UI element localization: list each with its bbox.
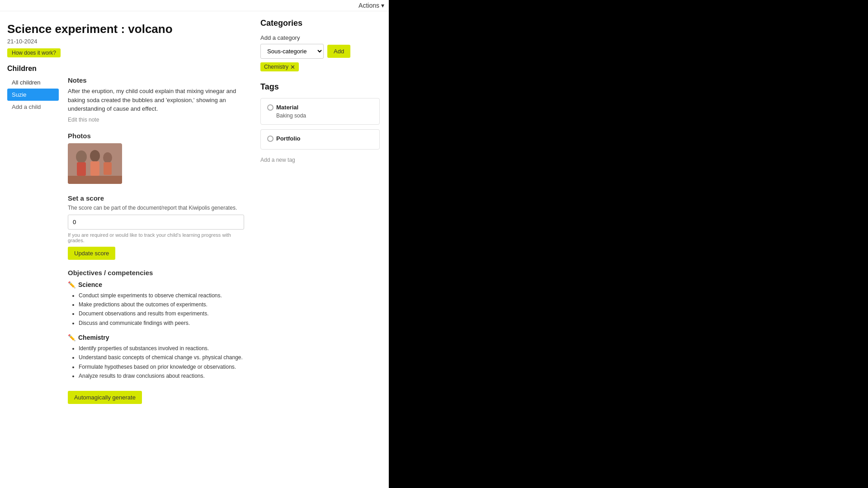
photos-section: Photos [68,132,244,185]
page-title: Science experiment : volcano [7,22,244,36]
tag-card-material-value: Baking soda [267,113,373,119]
how-does-it-work-badge[interactable]: How does it work? [7,48,61,57]
list-item: Identify properties of substances involv… [79,344,244,353]
tag-card-portfolio-title: Portfolio [276,135,300,142]
list-item: Understand basic concepts of chemical ch… [79,353,244,362]
score-heading: Set a score [68,194,244,202]
category-select[interactable]: Sous-categorie Chemistry Biology Physics [260,44,324,59]
objective-group-chemistry: ✏️ Chemistry Identify properties of subs… [68,334,244,381]
edit-note-link[interactable]: Edit this note [68,117,99,123]
list-item: Conduct simple experiments to observe ch… [79,291,244,300]
add-category-button[interactable]: Add [327,45,350,58]
list-item: Analyze results to draw conclusions abou… [79,371,244,380]
tags-section: Tags Material Baking soda Portfoli [260,82,380,163]
notes-section: Notes After the eruption, my child could… [68,76,244,123]
right-panel: Categories Add a category Sous-categorie… [253,11,389,429]
score-input[interactable] [68,215,244,230]
tag-card-material: Material Baking soda [260,98,380,125]
categories-section: Categories Add a category Sous-categorie… [260,19,380,71]
category-row: Sous-categorie Chemistry Biology Physics… [260,44,380,59]
tag-radio-portfolio[interactable] [267,136,274,142]
actions-label: Actions [359,2,379,9]
add-category-label: Add a category [260,34,380,41]
svg-rect-3 [77,162,86,176]
objectives-section: Objectives / competencies ✏️ Science Con… [68,269,244,404]
svg-rect-5 [90,161,99,176]
children-sidebar: All children Suzie Add a child [7,76,59,413]
objective-group-science: ✏️ Science Conduct simple experiments to… [68,281,244,328]
actions-button[interactable]: Actions ▾ [359,2,384,9]
svg-point-4 [90,150,100,162]
black-area [389,0,868,488]
sidebar-item-all-children[interactable]: All children [7,76,59,89]
update-score-button[interactable]: Update score [68,247,115,260]
list-item: Formulate hypotheses based on prior know… [79,362,244,371]
svg-rect-7 [104,162,112,175]
objective-group-chemistry-title: Chemistry [78,334,109,341]
pencil-icon-chemistry: ✏️ [68,334,75,341]
svg-rect-8 [68,176,122,184]
tags-heading: Tags [260,82,380,92]
objective-group-science-title: Science [78,281,102,288]
category-tag-label: Chemistry [264,64,288,70]
photos-heading: Photos [68,132,244,140]
automagically-generate-button[interactable]: Automagically generate [68,391,142,404]
tag-card-portfolio: Portfolio [260,129,380,150]
page-date: 21-10-2024 [7,38,244,45]
tag-card-material-title: Material [276,104,298,111]
add-new-tag-link[interactable]: Add a new tag [260,157,295,163]
remove-category-button[interactable]: ✕ [290,64,295,70]
actions-chevron-icon: ▾ [381,2,384,9]
list-item: Discuss and communicate findings with pe… [79,319,244,328]
notes-text: After the eruption, my child could expla… [68,87,244,113]
list-item: Make predictions about the outcomes of e… [79,300,244,309]
tag-radio-material[interactable] [267,104,274,111]
list-item: Document observations and results from e… [79,309,244,318]
sidebar-item-add-child[interactable]: Add a child [7,101,59,113]
score-hint: If you are required or would like to tra… [68,232,244,243]
category-tag-chemistry: Chemistry ✕ [260,62,299,71]
science-objectives-list: Conduct simple experiments to observe ch… [68,291,244,328]
score-description: The score can be part of the document/re… [68,205,244,211]
chemistry-objectives-list: Identify properties of substances involv… [68,344,244,381]
score-section: Set a score The score can be part of the… [68,194,244,260]
notes-heading: Notes [68,76,244,84]
photo-thumbnail [68,143,122,184]
pencil-icon-science: ✏️ [68,281,75,288]
categories-heading: Categories [260,19,380,28]
svg-point-6 [103,152,112,163]
svg-point-2 [76,150,87,163]
sidebar-item-suzie[interactable]: Suzie [7,89,59,101]
objectives-heading: Objectives / competencies [68,269,244,277]
children-heading: Children [7,65,244,73]
